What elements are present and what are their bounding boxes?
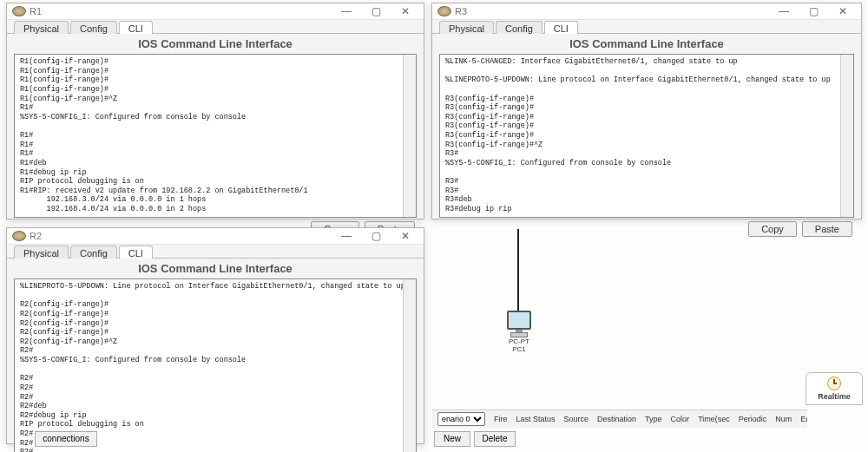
col-destination: Destination [597,415,636,423]
col-num: Num [775,415,792,423]
maximize-button[interactable]: ▢ [800,3,826,19]
clock-icon [827,377,841,390]
terminal-output: %LINK-5-CHANGED: Interface GigabitEthern… [445,57,831,213]
col-last-status: Last Status [516,415,556,423]
tab-cli[interactable]: CLI [119,246,153,259]
simulation-event-list: enario 0 Fire Last Status Source Destina… [432,409,807,428]
titlebar-r1[interactable]: R1 — ▢ ✕ [7,3,424,20]
minimize-button[interactable]: — [333,3,359,19]
col-color: Color [671,415,690,423]
pc-icon [507,311,531,330]
cli-heading: IOS Command Line Interface [14,36,417,54]
tab-physical[interactable]: Physical [14,246,69,259]
col-type: Type [645,415,662,423]
tab-bar: Physical Config CLI [432,20,861,34]
window-title: R1 [30,6,42,16]
router-icon [12,6,26,16]
realtime-toggle[interactable]: Realtime [806,372,863,405]
tab-bar: Physical Config CLI [7,20,424,34]
terminal-r3[interactable]: %LINK-5-CHANGED: Interface GigabitEthern… [439,54,854,218]
maximize-button[interactable]: ▢ [363,228,389,244]
col-fire: Fire [494,415,508,423]
terminal-r2[interactable]: %LINEPROTO-5-UPDOWN: Line protocol on In… [14,278,417,452]
cli-heading: IOS Command Line Interface [14,260,417,278]
col-edit: Edit [800,415,807,423]
scenario-select[interactable]: enario 0 [437,412,485,426]
paste-button[interactable]: Paste [802,221,852,237]
titlebar-r3[interactable]: R3 — ▢ ✕ [432,3,861,20]
node-name-label: PC1 [503,345,535,353]
topology-link [517,229,519,316]
maximize-button[interactable]: ▢ [363,3,389,19]
new-button[interactable]: New [434,431,470,447]
col-source: Source [564,415,589,423]
cli-panel: IOS Command Line Interface %LINK-5-CHANG… [432,34,861,242]
titlebar-r2[interactable]: R2 — ▢ ✕ [7,228,424,245]
router-icon [437,6,451,16]
minimize-button[interactable]: — [771,3,797,19]
tab-config[interactable]: Config [70,21,117,34]
close-button[interactable]: ✕ [392,228,418,244]
cli-panel: IOS Command Line Interface %LINEPROTO-5-… [7,259,424,452]
terminal-r1[interactable]: R1(config-if-range)# R1(config-if-range)… [14,54,417,218]
tab-config[interactable]: Config [70,246,117,259]
window-r1: R1 — ▢ ✕ Physical Config CLI IOS Command… [6,3,424,219]
minimize-button[interactable]: — [333,228,359,244]
tab-bar: Physical Config CLI [7,245,424,259]
window-r3: R3 — ▢ ✕ Physical Config CLI IOS Command… [431,3,862,219]
close-button[interactable]: ✕ [392,3,418,19]
cli-panel: IOS Command Line Interface R1(config-if-… [7,34,424,242]
tab-cli[interactable]: CLI [544,21,578,34]
tab-cli[interactable]: CLI [119,21,153,34]
col-periodic: Periodic [739,415,767,423]
router-icon [12,231,26,241]
terminal-output: R1(config-if-range)# R1(config-if-range)… [20,57,308,213]
scrollbar[interactable] [403,279,416,452]
window-title: R3 [455,6,467,16]
tab-config[interactable]: Config [496,21,542,34]
connections-button[interactable]: connections [35,431,97,447]
tab-physical[interactable]: Physical [14,21,69,34]
window-title: R2 [30,231,42,241]
window-r2: R2 — ▢ ✕ Physical Config CLI IOS Command… [6,227,424,444]
scrollbar[interactable] [840,55,853,217]
close-button[interactable]: ✕ [830,3,856,19]
realtime-label: Realtime [818,392,851,401]
copy-button[interactable]: Copy [748,221,797,237]
tab-physical[interactable]: Physical [439,21,494,34]
cli-heading: IOS Command Line Interface [439,36,854,54]
scrollbar[interactable] [403,55,416,217]
delete-button[interactable]: Delete [474,431,516,447]
col-time: Time(sec [698,415,730,423]
terminal-output: %LINEPROTO-5-UPDOWN: Line protocol on In… [20,282,405,452]
node-type-label: PC-PT [503,337,535,345]
node-pc1[interactable]: PC-PT PC1 [503,311,535,353]
